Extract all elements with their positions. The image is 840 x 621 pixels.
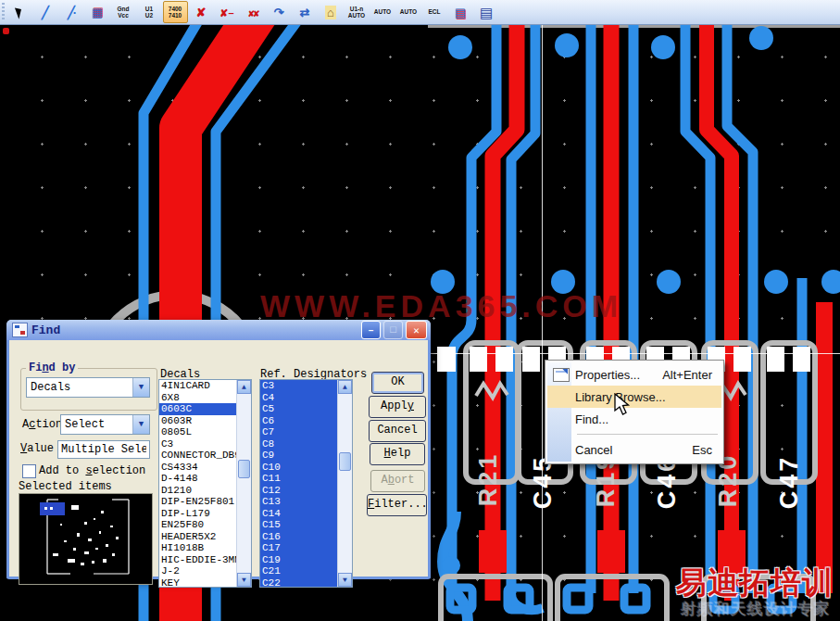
- filter-button[interactable]: Filter...: [367, 494, 427, 516]
- find-by-combobox[interactable]: Decals ▼: [26, 377, 150, 398]
- cancel-button[interactable]: Cancel: [369, 420, 426, 442]
- auto-rename-tool-icon: AUTO: [374, 8, 391, 15]
- library-tool[interactable]: [319, 1, 344, 23]
- auto-rename-tool[interactable]: AUTO: [370, 1, 395, 23]
- list-item[interactable]: C13: [260, 496, 338, 508]
- add-part-tool-icon: [455, 6, 466, 19]
- scroll-up-icon[interactable]: ▲: [338, 380, 352, 394]
- route-tool[interactable]: [33, 1, 58, 23]
- spreadsheet-tool[interactable]: [474, 1, 499, 23]
- close-button[interactable]: ✕: [406, 321, 427, 339]
- multi-route-tool[interactable]: [59, 1, 84, 23]
- value-input[interactable]: [57, 440, 150, 459]
- list-item[interactable]: C8: [260, 438, 338, 450]
- list-item[interactable]: J-2: [159, 565, 237, 577]
- select-tool[interactable]: [7, 1, 32, 23]
- scroll-down-icon[interactable]: ▼: [237, 573, 251, 587]
- list-item[interactable]: C16: [260, 531, 338, 543]
- list-item[interactable]: C3: [159, 438, 237, 450]
- list-item[interactable]: HI1018B: [159, 542, 237, 554]
- list-item[interactable]: D-4148: [159, 473, 237, 485]
- scroll-up-icon[interactable]: ▲: [237, 380, 251, 394]
- action-combobox[interactable]: Select ▼: [60, 414, 150, 435]
- list-item[interactable]: 0603R: [159, 415, 237, 427]
- auto-gate-tool-icon: AUTO: [400, 8, 417, 15]
- list-item[interactable]: KEY: [159, 577, 237, 588]
- menu-item-shortcut: Alt+Enter: [662, 368, 721, 382]
- list-item[interactable]: C6: [260, 415, 338, 427]
- list-item[interactable]: 0805L: [159, 426, 237, 438]
- ecl-swap-tool[interactable]: ECL: [422, 1, 447, 23]
- menu-item-library-browse[interactable]: Library Browse...: [547, 386, 721, 408]
- decals-scrollbar[interactable]: ▲ ▼: [236, 380, 251, 587]
- help-button[interactable]: Help: [370, 443, 425, 465]
- list-item[interactable]: 6X8: [159, 392, 237, 404]
- apply-button[interactable]: Apply: [369, 396, 426, 418]
- list-item[interactable]: C10: [260, 462, 338, 474]
- list-item[interactable]: C17: [260, 542, 338, 554]
- list-item[interactable]: C11: [260, 473, 338, 485]
- scrollbar-thumb[interactable]: [339, 452, 351, 471]
- list-item[interactable]: HEADER5X2: [159, 531, 237, 543]
- list-item[interactable]: DIP-L179: [159, 508, 237, 520]
- list-item[interactable]: CS4334: [159, 462, 237, 474]
- menu-item-properties[interactable]: Properties...Alt+Enter: [547, 363, 721, 386]
- crosshair-vertical: [542, 24, 543, 621]
- maximize-button[interactable]: □: [383, 321, 403, 339]
- u1-u2-tool[interactable]: U1U2: [137, 1, 162, 23]
- scrollbar-thumb[interactable]: [238, 460, 250, 478]
- gnd-vcc-tool[interactable]: GndVcc: [111, 1, 136, 23]
- list-item[interactable]: HIC-EDDIE-3MM: [159, 554, 237, 566]
- list-item[interactable]: C7: [260, 426, 338, 438]
- list-item[interactable]: C19: [260, 554, 338, 566]
- swap-tool[interactable]: [267, 1, 292, 23]
- list-item[interactable]: C14: [260, 508, 338, 520]
- list-item[interactable]: C21: [260, 565, 338, 577]
- list-item[interactable]: C4: [260, 392, 338, 404]
- list-item[interactable]: D1210: [159, 485, 237, 497]
- minimize-button[interactable]: –: [361, 321, 381, 339]
- u1-u2-tool-icon: U1U2: [145, 6, 153, 19]
- selected-items-label: Selected items: [19, 480, 112, 493]
- swap-tool-icon: [274, 6, 284, 19]
- ok-button[interactable]: OK: [371, 372, 424, 394]
- ref-scrollbar[interactable]: ▲ ▼: [337, 380, 352, 587]
- list-item[interactable]: C22: [260, 577, 338, 588]
- gate-swap-tool[interactable]: [293, 1, 318, 23]
- menu-item-shortcut: Esc: [692, 443, 721, 457]
- delete-segment-tool[interactable]: [215, 1, 240, 23]
- u1-n-auto-tool[interactable]: U1-nAUTO: [345, 1, 370, 23]
- menu-item-find[interactable]: Find...: [547, 408, 721, 430]
- list-item[interactable]: EN25F80: [159, 519, 237, 531]
- list-item[interactable]: 0603C: [159, 403, 237, 415]
- scroll-down-icon[interactable]: ▼: [338, 573, 352, 587]
- delete-tool[interactable]: [189, 1, 214, 23]
- properties-icon: [553, 368, 570, 382]
- add-to-selection-checkbox[interactable]: [22, 464, 36, 478]
- chevron-down-icon[interactable]: ▼: [132, 415, 149, 434]
- list-item[interactable]: CONNECTOR_DB9: [159, 450, 237, 462]
- list-item[interactable]: C3: [260, 380, 338, 392]
- list-item[interactable]: C5: [260, 403, 338, 415]
- chevron-down-icon[interactable]: ▼: [132, 378, 149, 397]
- list-item[interactable]: C9: [260, 450, 338, 462]
- ref-designators-listbox[interactable]: C3C4C5C6C7C8C9C10C11C12C13C14C15C16C17C1…: [259, 379, 353, 588]
- add-part-tool[interactable]: [448, 1, 473, 23]
- 7400-7410-tool[interactable]: 74007410: [163, 1, 188, 23]
- list-item[interactable]: C15: [260, 519, 338, 531]
- list-item[interactable]: C12: [260, 485, 338, 497]
- decals-listbox[interactable]: 4IN1CARD6X80603C0603R0805LC3CONNECTOR_DB…: [158, 379, 252, 588]
- add-component-tool[interactable]: [85, 1, 110, 23]
- delete-net-tool[interactable]: [241, 1, 266, 23]
- ecl-swap-tool-icon: ECL: [429, 8, 441, 15]
- menu-item-cancel[interactable]: CancelEsc: [547, 438, 721, 461]
- list-item[interactable]: DIP-EN25F801: [159, 496, 237, 508]
- menu-item-label: Cancel: [575, 443, 692, 457]
- toolbar-grip[interactable]: [2, 3, 5, 21]
- add-to-selection-label: Add to selection: [39, 464, 145, 477]
- auto-gate-tool[interactable]: AUTO: [396, 1, 421, 23]
- select-tool-icon: [15, 6, 24, 19]
- list-item[interactable]: 4IN1CARD: [159, 380, 237, 392]
- route-tool-icon: [42, 6, 49, 19]
- find-dialog-titlebar[interactable]: Find – □ ✕: [6, 320, 431, 340]
